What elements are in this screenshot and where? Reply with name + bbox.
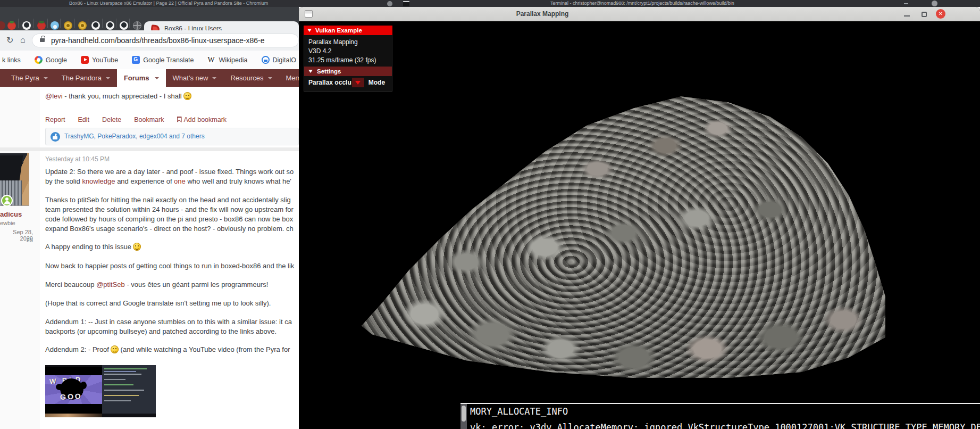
terminal-line: vk: error: v3dv AllocateMemory: ignored … [470,422,980,429]
nav-label: The Pyra [11,74,39,82]
tab-separator [129,19,130,28]
bookmark-wikipedia[interactable]: Wikipedia [207,56,247,64]
chevron-down-icon[interactable] [268,77,272,79]
nav-label: Forums [124,74,149,82]
post1-like-bar[interactable]: TrashyMG, PokeParadox, edgex004 and 7 ot… [45,128,299,145]
nav-the-pandora[interactable]: The Pandora [55,69,117,87]
wikipedia-icon [207,56,215,64]
post2-timestamp[interactable]: Yesterday at 10:45 PM [45,155,110,163]
user-mention-link[interactable]: @levi [45,92,63,100]
post1-actions: Report Edit Delete Bookmark Add bookmark [45,116,227,123]
tab-separator [47,19,48,28]
nav-resources[interactable]: Resources [223,69,279,87]
minimize-icon[interactable] [904,15,910,16]
post-separator [0,147,299,151]
pinned-tab-icon[interactable] [0,21,5,30]
one-link[interactable]: one [174,177,186,185]
vulkan-panel-body: Parallax Mapping V3D 4.2 31.25 ms/frame … [304,35,392,92]
bookmark-quick-links[interactable]: k links [2,56,21,64]
likes-text[interactable]: TrashyMG, PokeParadox, edgex004 and 7 ot… [64,133,205,140]
maximize-icon[interactable] [922,12,927,17]
pinned-tab-raspberry-icon[interactable] [7,21,16,30]
digitalocean-icon [262,56,270,64]
combo-dropdown-button[interactable] [352,78,364,87]
chevron-down-icon[interactable] [106,77,110,79]
pinned-tab-github-icon[interactable] [120,21,128,30]
url-bar[interactable]: pyra-handheld.com/boards/threads/box86-l… [32,34,299,47]
home-icon[interactable]: ⌂ [20,35,26,45]
post1-message: @levi - thank you, much appreciated - I … [45,92,191,101]
bookmark-youtube[interactable]: YouTube [81,56,118,64]
terminal-scrollbar[interactable] [460,404,467,429]
bookmark-label: k links [2,56,21,64]
smiley-icon [183,92,191,100]
nav-whats-new[interactable]: What's new [166,69,224,87]
chromium-window-title: Box86 - Linux Userspace x86 Emulator | P… [69,1,268,6]
bookmark-google-translate[interactable]: Google Translate [132,56,194,64]
thumb-text-line [104,371,136,372]
chevron-down-icon[interactable] [155,77,159,79]
parallax-window: Parallax Mapping ✕ Vulkan Example Parall… [299,7,980,429]
nav-the-pyra[interactable]: The Pyra [4,69,55,87]
terminal-output-area[interactable]: MORY_ALLOCATE_INFO vk: error: v3dv Alloc… [460,403,980,429]
nav-forums[interactable]: Forums [117,69,166,87]
bookmark-link[interactable]: Bookmark [134,116,164,123]
chevron-down-icon[interactable] [44,77,48,79]
collapse-triangle-icon[interactable] [308,70,313,73]
ptitseb-mention-link[interactable]: @ptitSeb [96,280,125,288]
thumbs-up-icon [51,132,60,142]
attachment-thumbnail[interactable]: W RLD GOO [45,365,156,417]
pinned-tab-gold-icon[interactable] [78,21,87,30]
username-link[interactable]: adicus [0,210,22,218]
gpu-name: V3D 4.2 [304,47,392,56]
nav-label: What's new [173,74,208,82]
user-message-count: 25 [0,237,33,243]
smiley-icon [133,243,141,251]
online-status-icon [1,195,13,207]
terminal-titlebar-button-icon[interactable] [387,1,392,6]
top-title-strip: Box86 - Linux Userspace x86 Emulator | P… [0,0,980,7]
delete-link[interactable]: Delete [102,116,121,123]
pinned-tab-globe-icon[interactable] [133,21,141,30]
terminal-minimize-icon[interactable] [904,3,908,4]
report-link[interactable]: Report [45,116,65,123]
combo-value[interactable]: Parallax occlu [308,79,351,86]
avatar-photo [0,155,23,180]
vulkan-render-viewport[interactable]: Vulkan Example Parallax Mapping V3D 4.2 … [299,21,980,429]
bookmark-label: Google Translate [143,56,194,64]
scrollbar-thumb[interactable] [462,406,466,422]
terminal-line: MORY_ALLOCATE_INFO [470,406,568,417]
url-text[interactable]: pyra-handheld.com/boards/threads/box86-l… [51,36,265,45]
bookmark-google[interactable]: Google [35,56,67,64]
collapse-triangle-icon[interactable] [307,29,312,32]
tab-separator [18,19,19,28]
pinned-tab-github-icon[interactable] [22,21,31,30]
bookmark-digitalocean[interactable]: DigitalO [262,56,296,64]
pinned-tab-github-icon[interactable] [106,21,114,30]
settings-header[interactable]: Settings [304,67,392,76]
vulkan-example-header[interactable]: Vulkan Example [304,26,392,35]
lock-icon[interactable] [40,38,45,42]
terminal-screenshot-thumb [102,365,156,414]
terminal-app-icon [403,1,409,6]
tab-separator [33,19,33,28]
screen: Box86 - Linux Userspace x86 Emulator | P… [0,0,980,429]
pinned-tab-github-icon[interactable] [91,21,100,30]
pinned-tab-raspberrypi-icon[interactable] [37,21,46,30]
reload-icon[interactable]: ↻ [6,35,13,45]
knowledge-link[interactable]: knowledge [82,177,115,185]
close-icon[interactable]: ✕ [936,9,945,19]
bookmark-ribbon-icon [177,117,182,122]
pinned-tab-bird-icon[interactable] [51,21,59,30]
edit-link[interactable]: Edit [78,116,90,123]
add-bookmark-link[interactable]: Add bookmark [177,116,227,123]
bookmark-label: DigitalO [273,56,296,64]
terminal-close-icon[interactable] [932,1,937,6]
parallax-titlebar[interactable]: Parallax Mapping ✕ [299,7,980,21]
thumb-text-line [104,395,139,396]
post2-line: A happy ending to this issue [45,243,131,251]
post2-line: and experience of [115,177,174,185]
pinned-tab-gold-icon[interactable] [64,21,72,30]
chevron-down-icon[interactable] [212,77,216,79]
youtube-icon [81,56,89,64]
